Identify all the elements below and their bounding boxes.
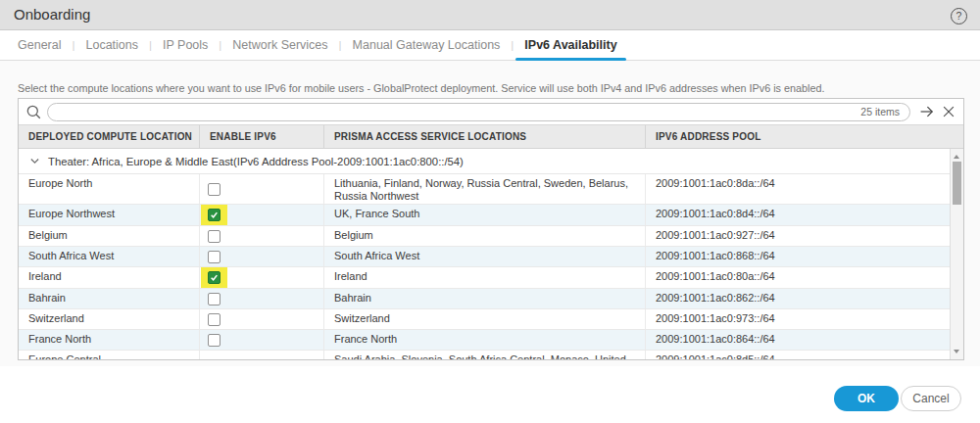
row-service-locations: UK, France South: [324, 205, 646, 225]
row-location: Belgium: [19, 226, 200, 246]
row-location: France North: [19, 330, 200, 350]
tab-separator: [149, 39, 152, 51]
tab-separator: [219, 39, 221, 51]
ipv6-checkbox[interactable]: [208, 293, 220, 306]
table-row: IrelandIreland2009:1001:1ac0:80a::/64: [19, 267, 950, 289]
enable-ipv6-cell: [200, 174, 324, 204]
enable-ipv6-cell: [200, 309, 324, 329]
row-address-pool: 2009:1001:1ac0:927::/64: [646, 226, 950, 246]
column-header-ipv6-address-pool[interactable]: IPV6 ADDRESS POOL: [646, 125, 963, 148]
row-address-pool: 2009:1001:1ac0:973::/64: [646, 309, 950, 329]
ipv6-checkbox[interactable]: [208, 251, 220, 263]
row-location: Europe Central: [19, 351, 200, 359]
scrollbar-down-arrow-icon[interactable]: [954, 350, 959, 353]
table-row: SwitzerlandSwitzerland2009:1001:1ac0:973…: [19, 309, 950, 330]
checkbox-highlight: [201, 267, 227, 288]
description-text: Select the compute locations where you w…: [18, 82, 824, 94]
tab-network-services[interactable]: Network Services: [232, 30, 327, 60]
table-body: Theater: Africa, Europe & Middle East(IP…: [19, 149, 963, 359]
table-header: DEPLOYED COMPUTE LOCATION ENABLE IPV6 PR…: [19, 124, 963, 149]
row-address-pool: 2009:1001:1ac0:8da::/64: [646, 174, 950, 204]
row-address-pool: 2009:1001:1ac0:8d5::/64: [646, 351, 950, 359]
cancel-button[interactable]: Cancel: [901, 386, 961, 411]
ok-button[interactable]: OK: [834, 386, 899, 411]
tab-ipv6-availability[interactable]: IPv6 Availability: [524, 30, 616, 60]
vertical-scrollbar[interactable]: [950, 149, 963, 359]
enable-ipv6-cell: [200, 267, 324, 288]
row-service-locations: Saudi Arabia, Slovenia, South Africa Cen…: [324, 351, 646, 359]
search-icon: [25, 104, 42, 120]
table-row: South Africa WestSouth Africa West2009:1…: [19, 247, 950, 267]
tab-bar: General Locations IP Pools Network Servi…: [0, 30, 980, 61]
enable-ipv6-cell: [200, 226, 324, 246]
row-location: Switzerland: [19, 309, 200, 329]
column-header-deployed-compute-location[interactable]: DEPLOYED COMPUTE LOCATION: [19, 125, 200, 148]
row-address-pool: 2009:1001:1ac0:864::/64: [646, 330, 950, 350]
row-location: Bahrain: [19, 289, 200, 308]
row-location: South Africa West: [19, 247, 200, 266]
search-pill[interactable]: 25 items: [47, 103, 910, 121]
scrollbar-thumb[interactable]: [953, 162, 961, 205]
checkbox-highlight: [201, 205, 227, 225]
table-row: BahrainBahrain2009:1001:1ac0:862::/64: [19, 289, 950, 309]
column-header-enable-ipv6[interactable]: ENABLE IPV6: [200, 125, 324, 148]
column-header-prisma-access-service-locations[interactable]: PRISMA ACCESS SERVICE LOCATIONS: [324, 125, 646, 148]
row-service-locations: Switzerland: [324, 309, 646, 329]
row-service-locations: South Africa West: [324, 247, 646, 266]
row-service-locations: Lithuania, Finland, Norway, Russia Centr…: [324, 174, 646, 204]
tab-manual-gateway-locations[interactable]: Manual Gateway Locations: [353, 30, 501, 60]
enable-ipv6-cell: [200, 205, 324, 225]
apply-filter-arrow-icon[interactable]: [919, 104, 935, 119]
enable-ipv6-cell: [200, 351, 324, 359]
page-title: Onboarding: [14, 0, 90, 29]
theater-group-row: Theater: Africa, Europe & Middle East(IP…: [19, 149, 950, 174]
items-count-badge: 25 items: [860, 106, 900, 118]
help-icon[interactable]: ?: [951, 8, 967, 24]
row-address-pool: 2009:1001:1ac0:80a::/64: [646, 267, 950, 288]
table-row: Europe CentralSaudi Arabia, Slovenia, So…: [19, 351, 950, 359]
dialog-titlebar: Onboarding ?: [0, 0, 980, 30]
table-row: France NorthFrance North2009:1001:1ac0:8…: [19, 330, 950, 351]
row-service-locations: Bahrain: [324, 289, 646, 308]
row-service-locations: France North: [324, 330, 646, 350]
row-location: Europe Northwest: [19, 205, 200, 225]
locations-table: 25 items DEPLOYED COMPUTE LOCATION ENABL…: [18, 98, 964, 360]
row-location: Europe North: [19, 174, 200, 204]
tab-locations[interactable]: Locations: [85, 30, 138, 60]
tab-separator: [511, 39, 514, 51]
row-service-locations: Belgium: [324, 226, 646, 246]
ipv6-checkbox[interactable]: [208, 313, 220, 326]
ipv6-checkbox[interactable]: [208, 183, 220, 196]
table-row: Europe NorthLithuania, Finland, Norway, …: [19, 174, 950, 205]
theater-group-label: Theater: Africa, Europe & Middle East(IP…: [48, 156, 464, 167]
table-row: Europe NorthwestUK, France South2009:100…: [19, 205, 950, 226]
row-address-pool: 2009:1001:1ac0:8d4::/64: [646, 205, 950, 225]
row-address-pool: 2009:1001:1ac0:862::/64: [646, 289, 950, 308]
row-address-pool: 2009:1001:1ac0:868::/64: [646, 247, 950, 266]
tab-general[interactable]: General: [18, 30, 61, 60]
ipv6-checkbox[interactable]: [208, 230, 220, 243]
table-search-row: 25 items: [19, 99, 963, 124]
tab-ip-pools[interactable]: IP Pools: [163, 30, 208, 60]
scrollbar-up-arrow-icon[interactable]: [954, 155, 959, 159]
row-service-locations: Ireland: [324, 267, 646, 288]
clear-filter-close-icon[interactable]: [942, 105, 956, 118]
table-rows: Theater: Africa, Europe & Middle East(IP…: [19, 149, 950, 359]
tab-separator: [339, 39, 342, 51]
ipv6-checkbox[interactable]: [208, 271, 220, 284]
search-input[interactable]: [58, 105, 860, 119]
tab-separator: [72, 39, 74, 51]
ipv6-checkbox[interactable]: [208, 209, 220, 221]
enable-ipv6-cell: [200, 289, 324, 308]
enable-ipv6-cell: [200, 247, 324, 266]
enable-ipv6-cell: [200, 330, 324, 350]
ipv6-checkbox[interactable]: [208, 334, 220, 347]
row-location: Ireland: [19, 267, 200, 288]
table-row: BelgiumBelgium2009:1001:1ac0:927::/64: [19, 226, 950, 247]
chevron-down-icon[interactable]: [29, 156, 40, 166]
